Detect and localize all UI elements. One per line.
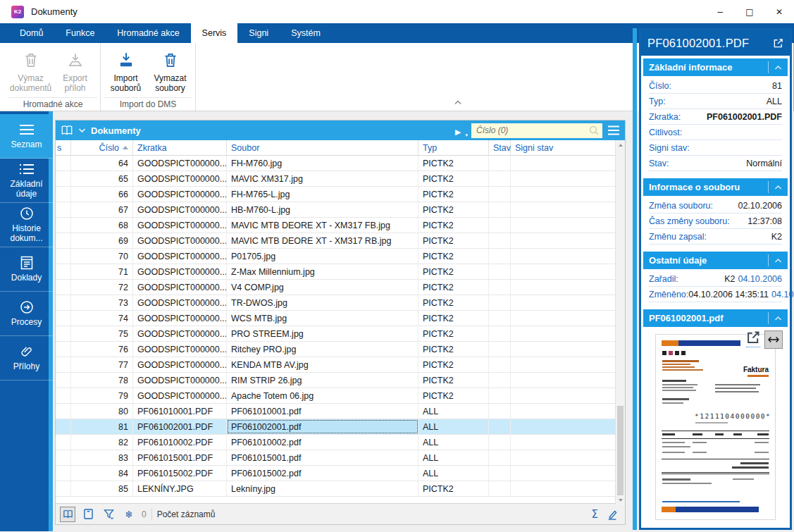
cell-typ: PICTK2 xyxy=(418,326,489,341)
run-filter-icon[interactable]: ▶▾ xyxy=(455,125,466,136)
sidebar-item-prilohy[interactable]: Přílohy xyxy=(0,336,53,381)
table-row[interactable]: 65 GOODSPICT000000... MAVIC XM317.jpg PI… xyxy=(56,171,625,187)
table-row[interactable]: 77 GOODSPICT000000... KENDA MTB AV.jpg P… xyxy=(56,357,625,373)
cell-soubor: V4 COMP.jpg xyxy=(227,280,418,295)
collapse-section-icon[interactable] xyxy=(768,61,782,73)
column-header-s[interactable]: s xyxy=(56,140,71,155)
table-row[interactable]: 64 GOODSPICT000000... FH-M760.jpg PICTK2 xyxy=(56,156,625,171)
cell-typ: PICTK2 xyxy=(418,187,489,202)
cell-signi-stav xyxy=(511,326,615,341)
detail-field: Signi stav: xyxy=(649,140,782,156)
search-icon[interactable] xyxy=(589,125,599,135)
sidebar-item-doklady[interactable]: Doklady xyxy=(0,247,53,292)
column-header-cislo[interactable]: Číslo xyxy=(71,140,133,155)
cell-cislo: 69 xyxy=(71,233,133,248)
scrollbar-thumb[interactable] xyxy=(617,406,624,495)
document-icon xyxy=(20,256,33,270)
cell-zkratka: GOODSPICT000000... xyxy=(133,388,227,403)
ribbon-tab[interactable]: Servis xyxy=(191,23,238,43)
table-row[interactable]: 75 GOODSPICT000000... PRO STREEM.jpg PIC… xyxy=(56,326,625,342)
table-row[interactable]: 82 PF061010002.PDF PF061010002.pdf ALL xyxy=(56,435,625,450)
sidebar-item-zakladni-udaje[interactable]: Základní údaje xyxy=(0,159,53,203)
filter-button[interactable] xyxy=(101,507,116,522)
cell-zkratka: GOODSPICT000000... xyxy=(133,295,227,310)
import-files-button[interactable]: Import souborů xyxy=(104,47,148,94)
ribbon-collapse-icon[interactable] xyxy=(454,96,462,109)
minimize-button[interactable]: − xyxy=(705,0,735,23)
ribbon-tab[interactable]: Signi xyxy=(237,23,280,43)
table-row[interactable]: 83 PF061015001.PDF PF061015001.pdf ALL xyxy=(56,450,625,466)
card-view-button[interactable] xyxy=(80,507,96,522)
search-input[interactable] xyxy=(476,125,589,135)
ribbon-tab[interactable]: Systém xyxy=(280,23,332,43)
panel-splitter[interactable] xyxy=(633,28,637,530)
cell-zkratka: GOODSPICT000000... xyxy=(133,342,227,357)
delete-documents-button[interactable]: Výmaz dokumentů xyxy=(8,47,53,94)
table-row[interactable]: 68 GOODSPICT000000... MAVIC MTB DEORE XT… xyxy=(56,218,625,233)
cell-stav xyxy=(489,280,511,295)
freeze-button[interactable]: ❄ xyxy=(121,507,137,522)
ribbon-tab[interactable]: Domů xyxy=(8,23,54,43)
table-row[interactable]: 69 GOODSPICT000000... MAVIC MTB DEORE XT… xyxy=(56,233,625,249)
cell-stav xyxy=(489,342,511,357)
export-attachments-button[interactable]: Export příloh xyxy=(53,47,97,94)
close-button[interactable]: ✕ xyxy=(764,0,794,23)
scroll-down-arrow[interactable] xyxy=(616,495,625,505)
cell-cislo: 83 xyxy=(71,450,133,465)
table-row[interactable]: 74 GOODSPICT000000... WCS MTB.jpg PICTK2 xyxy=(56,311,625,326)
fit-width-icon[interactable] xyxy=(764,330,783,349)
table-row[interactable]: 67 GOODSPICT000000... HB-M760-L.jpg PICT… xyxy=(56,202,625,218)
cell-soubor: Lekníny.jpg xyxy=(227,481,418,496)
chevron-down-icon[interactable] xyxy=(78,128,86,133)
sidebar-item-procesy[interactable]: Procesy xyxy=(0,292,53,336)
table-row[interactable]: 84 PF061015002.PDF PF061015002.pdf ALL xyxy=(56,466,625,481)
pdf-page[interactable]: Faktura *1211104000000* xyxy=(655,334,776,520)
table-row[interactable]: 76 GOODSPICT000000... Ritchey PRO.jpg PI… xyxy=(56,342,625,357)
ribbon-tab[interactable]: Hromadné akce xyxy=(106,23,190,43)
table-row[interactable]: 71 GOODSPICT000000... Z-Max Millennium.j… xyxy=(56,264,625,280)
table-menu-icon[interactable] xyxy=(607,125,620,135)
table-row[interactable]: 66 GOODSPICT000000... FH-M765-L.jpg PICT… xyxy=(56,187,625,202)
book-view-button[interactable] xyxy=(60,507,75,522)
cell-soubor: HB-M760-L.jpg xyxy=(227,202,418,217)
table-row[interactable]: 70 GOODSPICT000000... P01705.jpg PICTK2 xyxy=(56,249,625,264)
table-row[interactable]: 73 GOODSPICT000000... TR-DWOS.jpg PICTK2 xyxy=(56,295,625,311)
ribbon-tab[interactable]: Funkce xyxy=(54,23,106,43)
column-header-typ[interactable]: Typ xyxy=(418,140,489,155)
cell-stav xyxy=(489,311,511,326)
cell-cislo: 80 xyxy=(71,404,133,419)
column-header-soubor[interactable]: Soubor xyxy=(227,140,418,155)
open-external-icon[interactable] xyxy=(773,38,783,49)
collapse-section-icon[interactable] xyxy=(768,181,782,193)
collapse-section-icon[interactable] xyxy=(768,312,782,324)
vertical-scrollbar[interactable] xyxy=(615,140,625,505)
sidebar-item-seznam[interactable]: Seznam xyxy=(0,114,53,159)
edit-icon[interactable] xyxy=(607,509,618,520)
open-preview-external-icon[interactable] xyxy=(746,330,760,347)
cell-stav xyxy=(489,171,511,186)
sidebar-item-historie-dokumentu[interactable]: Historie dokum... xyxy=(0,203,53,247)
cell-signi-stav xyxy=(511,264,615,279)
column-header-stav[interactable]: Stav xyxy=(489,140,511,155)
cell-typ: PICTK2 xyxy=(418,311,489,326)
table-row[interactable]: 81 PF061002001.PDF PF061002001.pdf ALL xyxy=(56,419,625,435)
table-row[interactable]: 80 PF061010001.PDF PF061010001.pdf ALL xyxy=(56,404,625,419)
sum-icon[interactable]: Σ xyxy=(592,508,598,521)
column-header-zkratka[interactable]: Zkratka xyxy=(133,140,227,155)
scroll-up-arrow[interactable] xyxy=(616,140,625,149)
table-row[interactable]: 79 GOODSPICT000000... Apache Totem 06.jp… xyxy=(56,388,625,404)
column-header-signi-stav[interactable]: Signi stav xyxy=(511,140,615,155)
section-header: Informace o souboru xyxy=(643,178,788,196)
maximize-button[interactable]: □ xyxy=(735,0,764,23)
ribbon-group-label: Import do DMS xyxy=(104,97,192,111)
invoice-barcode: *1211104000000* xyxy=(695,412,771,420)
table-row[interactable]: 72 GOODSPICT000000... V4 COMP.jpg PICTK2 xyxy=(56,280,625,295)
book-icon[interactable] xyxy=(61,125,73,136)
table-row[interactable]: 78 GOODSPICT000000... RIM STRIP 26.jpg P… xyxy=(56,373,625,388)
collapse-section-icon[interactable] xyxy=(768,254,782,266)
table-row[interactable]: 85 LEKNÍNY.JPG Lekníny.jpg PICTK2 xyxy=(56,481,625,497)
section-header: PF061002001.pdf xyxy=(643,309,788,327)
ribbon: Výmaz dokumentů Export příloh Hromadné a… xyxy=(0,43,633,111)
detail-field: Změněno: 04.10.2006 14:35:11 04.10.... xyxy=(649,287,782,302)
delete-files-button[interactable]: Vymazat soubory xyxy=(148,47,192,94)
